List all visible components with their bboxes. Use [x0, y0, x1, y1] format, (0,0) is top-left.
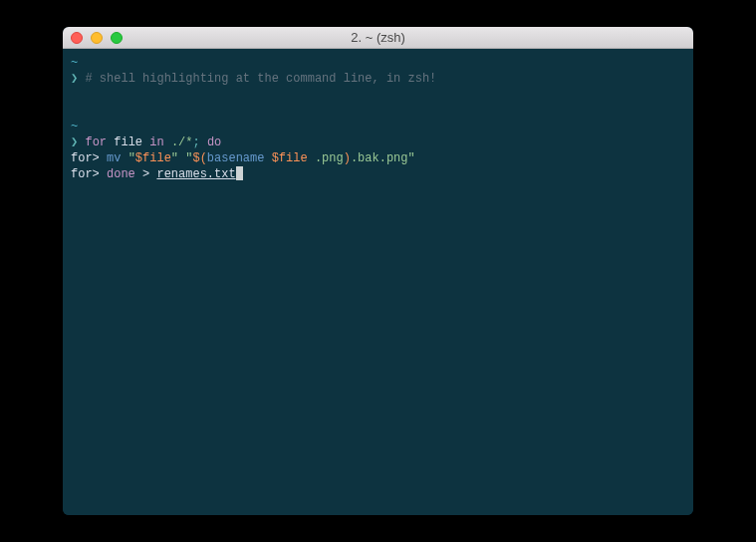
maximize-button[interactable]	[111, 32, 123, 44]
kw-for: for	[85, 136, 107, 149]
var-ref: $file	[272, 151, 308, 165]
quote: "	[408, 151, 415, 165]
continuation-prompt: for>	[71, 151, 100, 165]
continuation-prompt: for>	[71, 167, 100, 181]
titlebar[interactable]: 2. ~ (zsh)	[63, 27, 693, 49]
quote: "	[128, 151, 135, 165]
subst-open: $(	[192, 151, 206, 165]
glob-path: ./*	[171, 136, 193, 149]
terminal-content[interactable]: ~ ❯ # shell highlighting at the command …	[63, 49, 693, 515]
terminal-window: 2. ~ (zsh) ~ ❯ # shell highlighting at t…	[63, 27, 693, 515]
quote: "	[171, 151, 178, 165]
var-ref: $file	[135, 151, 171, 165]
subst-close: )	[344, 151, 351, 165]
window-title: 2. ~ (zsh)	[63, 30, 693, 45]
kw-do: do	[207, 136, 221, 149]
output-file: renames.txt	[156, 167, 235, 181]
prompt-glyph: ❯	[71, 136, 78, 149]
close-button[interactable]	[71, 32, 83, 44]
comment-line: # shell highlighting at the command line…	[85, 72, 436, 86]
tilde-marker: ~	[71, 120, 78, 134]
cursor	[236, 166, 243, 180]
traffic-lights	[71, 32, 123, 44]
cmd-mv: mv	[107, 151, 121, 165]
kw-done: done	[107, 167, 135, 181]
minimize-button[interactable]	[91, 32, 103, 44]
ext-arg: .png	[315, 151, 344, 165]
kw-in: in	[149, 136, 163, 149]
redirect-op: >	[142, 167, 149, 181]
semicolon: ;	[192, 136, 199, 149]
prompt-glyph: ❯	[71, 72, 78, 86]
cmd-basename: basename	[207, 151, 265, 165]
loop-var: file	[114, 136, 142, 149]
suffix: .bak.png	[351, 151, 408, 165]
tilde-marker: ~	[71, 56, 78, 70]
